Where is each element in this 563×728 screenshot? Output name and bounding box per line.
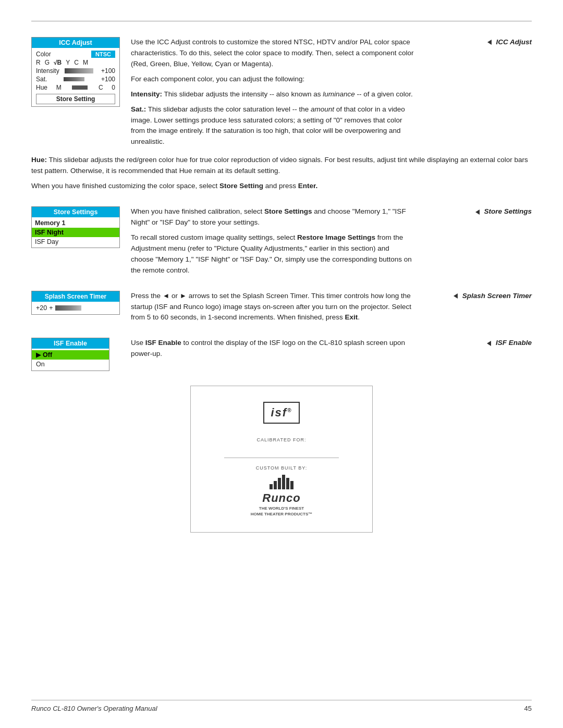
sat-desc: Sat.: This slidebar adjusts the color sa… [131, 104, 414, 148]
runco-text: Runco [262, 491, 300, 505]
letter-g: G [45, 59, 50, 66]
store-settings-title: Store Settings [32, 207, 119, 217]
splash-timer-text: Press the ◄ or ► arrows to set the Splas… [131, 291, 414, 324]
splash-timer-section: Splash Screen Timer +20 + Press the ◄ or… [31, 291, 532, 324]
registered-mark: ® [287, 408, 292, 413]
bar-3 [278, 478, 281, 489]
footer-manual: Runco CL-810 Owner's Operating Manual [31, 705, 157, 712]
letter-y: Y [66, 59, 70, 66]
calibrated-for-label: CALIBRATED FOR: [257, 437, 307, 442]
icc-arrow-icon [487, 40, 492, 45]
isf-enable-side-label: ISF Enable [496, 339, 532, 347]
isf-enable-text: Use ISF Enable to control the display of… [131, 338, 414, 360]
letter-r: R [36, 59, 41, 66]
isf-day-item[interactable]: ISF Day [32, 237, 119, 246]
splash-timer-side-label: Splash Screen Timer [462, 292, 532, 300]
icc-side-label-col: ICC Adjust [422, 37, 532, 46]
splash-timer-arrow-icon [454, 293, 458, 299]
isf-night-item[interactable]: ISF Night [32, 228, 119, 237]
intensity-label: Intensity [36, 67, 59, 75]
store-settings-bold: Store Settings [264, 207, 312, 215]
hue-bold-label: Hue: [31, 156, 47, 164]
icc-adjust-text: Use the ICC Adjust controls to customize… [131, 37, 414, 152]
bar-4 [282, 475, 285, 489]
store-setting-bold: Store Setting [219, 182, 263, 190]
isf-enable-side-col: ISF Enable [422, 338, 532, 347]
timer-plus: + [49, 304, 53, 312]
store-settings-text: When you have finished calibration, sele… [131, 206, 414, 276]
hue-slider[interactable] [72, 85, 88, 90]
hue-full-desc: Hue: This slidebar adjusts the red/green… [31, 155, 532, 192]
memory1-item[interactable]: Memory 1 [32, 218, 119, 228]
store-settings-box: Store Settings Memory 1 ISF Night ISF Da… [31, 206, 120, 248]
isf-enable-menu: ISF Enable ▶ Off On [31, 338, 123, 371]
isf-enable-section: ISF Enable ▶ Off On Use ISF Enable to co… [31, 338, 532, 371]
color-row: Color NTSC [36, 50, 115, 58]
isf-logo-box: isf® [263, 402, 299, 424]
custom-built-label: CUSTOM BUILT BY: [256, 465, 308, 471]
color-letters-row: R G √B Y C M [36, 58, 115, 67]
icc-desc2: For each component color, you can adjust… [131, 74, 414, 85]
icc-adjust-title: ICC Adjust [32, 38, 119, 48]
isf-on-item[interactable]: On [32, 360, 109, 369]
hue-row: Hue M C 0 [36, 83, 115, 92]
timer-value: +20 [36, 304, 47, 312]
icc-desc1: Use the ICC Adjust controls to customize… [131, 37, 414, 70]
isf-enable-body: ▶ Off On [32, 349, 109, 371]
sat-label: Sat. [36, 76, 47, 83]
enter-bold: Enter. [298, 182, 318, 190]
intensity-bold-label: Intensity: [131, 90, 162, 98]
isf-enable-bold: ISF Enable [145, 339, 181, 347]
icc-adjust-section: ICC Adjust Color NTSC R G √B Y C M [31, 37, 532, 192]
store-setting-desc: When you have finished customizing the c… [31, 181, 532, 192]
sat-slider[interactable] [64, 77, 84, 81]
isf-enable-arrow-icon [487, 341, 491, 346]
page-footer: Runco CL-810 Owner's Operating Manual 45 [31, 700, 532, 712]
hue-m: M [56, 84, 62, 91]
amount-italic: amount [311, 105, 334, 113]
runco-sub2: Home Theater Products™ [251, 512, 313, 516]
runco-bars [270, 475, 293, 489]
store-desc2: To recall stored custom image quality se… [131, 232, 414, 276]
intensity-desc: Intensity: This slidebar adjusts the int… [131, 89, 414, 100]
store-settings-menu: Store Settings Memory 1 ISF Night ISF Da… [31, 206, 123, 248]
letter-m: M [83, 59, 88, 66]
runco-sub1: The World's Finest [259, 506, 304, 511]
icc-side-label: ICC Adjust [496, 38, 532, 46]
store-side-label: Store Settings [484, 207, 532, 215]
splash-timer-desc: Press the ◄ or ► arrows to set the Splas… [131, 291, 414, 324]
sat-bold-label: Sat.: [131, 105, 146, 113]
isf-enable-desc: Use ISF Enable to control the display of… [131, 338, 414, 360]
restore-bold: Restore Image Settings [297, 233, 375, 241]
isf-off-label: Off [43, 351, 52, 359]
footer-page: 45 [524, 705, 532, 712]
hue-label: Hue [36, 84, 47, 91]
runco-logo-area: Runco The World's Finest Home Theater Pr… [251, 475, 313, 516]
splash-image-container: isf® CALIBRATED FOR: CUSTOM BUILT BY: Ru… [190, 386, 373, 533]
store-side-label-col: Store Settings [422, 206, 532, 215]
hue-desc-para: Hue: This slidebar adjusts the red/green… [31, 155, 532, 177]
store-setting-button[interactable]: Store Setting [36, 94, 115, 104]
calibrated-for-field [224, 451, 339, 458]
sat-value: +100 [101, 76, 115, 83]
top-rule [31, 21, 532, 21]
intensity-slider[interactable] [65, 68, 93, 73]
store-arrow-icon [475, 209, 480, 215]
page-container: ICC Adjust Color NTSC R G √B Y C M [0, 0, 563, 728]
intensity-value: +100 [101, 67, 115, 75]
ntsc-badge: NTSC [91, 51, 115, 58]
isf-off-selected[interactable]: ▶ Off [32, 350, 109, 360]
splash-timer-body: +20 + [32, 302, 119, 314]
icc-adjust-menu: ICC Adjust Color NTSC R G √B Y C M [31, 37, 123, 107]
timer-slider[interactable] [55, 305, 81, 311]
store-settings-section: Store Settings Memory 1 ISF Night ISF Da… [31, 206, 532, 276]
isf-enable-box: ISF Enable ▶ Off On [31, 338, 109, 371]
splash-timer-side-col: Splash Screen Timer [422, 291, 532, 300]
sat-row: Sat. +100 [36, 75, 115, 83]
icc-adjust-body: Color NTSC R G √B Y C M Intensity [32, 48, 119, 106]
bar-2 [274, 481, 277, 489]
arrow-bullet-icon: ▶ [36, 351, 41, 359]
splash-timer-title: Splash Screen Timer [32, 291, 119, 302]
hue-val: 0 [112, 84, 115, 91]
splash-timer-box: Splash Screen Timer +20 + [31, 291, 120, 315]
